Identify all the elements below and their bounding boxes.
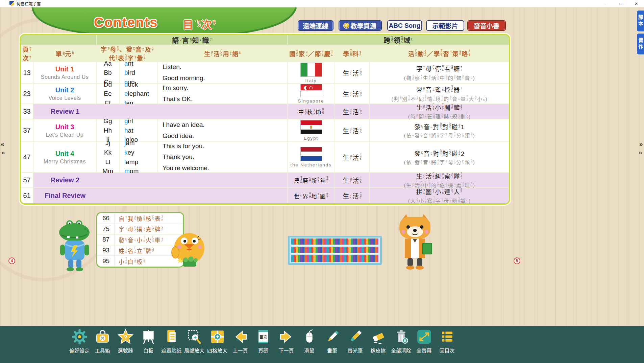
prev-spread-chevron[interactable]: « bbox=[1, 141, 4, 147]
unit-subtitle: Voice Levels bbox=[49, 95, 81, 101]
row-page: 61 bbox=[21, 188, 33, 203]
toolbar-partial-zoom[interactable]: 局部放大 bbox=[183, 326, 206, 361]
next-spread-chevron-2[interactable]: » bbox=[639, 149, 642, 156]
row-page: 33 bbox=[21, 104, 33, 119]
teaching-resources-button[interactable]: 教學資源 bbox=[339, 20, 382, 31]
crocodile-mascot bbox=[53, 218, 98, 272]
words-cell: duckelephantfan bbox=[120, 84, 158, 104]
toolbar-number-picker[interactable]: ? 選號器 bbox=[114, 326, 137, 361]
flag-egypt bbox=[300, 120, 322, 134]
demo-video-button[interactable]: 示範影片 bbox=[426, 20, 464, 31]
festival-cell: 農ㄋㄨㄥˊ曆ㄌㄧˋ新ㄒㄧㄣ年ㄋㄧㄢˊ bbox=[288, 173, 335, 188]
letters-cell: Jj Kk Ll Mm bbox=[97, 142, 120, 173]
unit-3-cell[interactable]: Unit 3 Let's Clean Up bbox=[33, 119, 97, 142]
page-number-icon: 目次 bbox=[255, 329, 271, 345]
highlighter-icon bbox=[347, 329, 363, 345]
toolbar-mask-sticker[interactable]: 遮罩貼紙 bbox=[160, 326, 183, 361]
mouse-icon bbox=[301, 329, 317, 345]
unit-4-cell[interactable]: Unit 4 Merry Christmas bbox=[33, 142, 97, 173]
flag-label: Singapore bbox=[298, 98, 324, 104]
bookshelf-row bbox=[291, 255, 378, 262]
col-header-subject: 學ㄒㄩㄝˊ科ㄎㄜ bbox=[335, 45, 370, 62]
toolbar-back-to-contents[interactable]: 回目次 bbox=[436, 326, 459, 361]
phonics-book-button[interactable]: 發音小書 bbox=[467, 20, 506, 31]
whiteboard-icon bbox=[141, 329, 156, 345]
tab-textbook[interactable]: 課本 bbox=[637, 10, 644, 32]
toolbar-fullscreen[interactable]: 全螢幕 bbox=[413, 326, 436, 361]
gear-icon bbox=[72, 329, 88, 345]
festival-cell: 世ㄕˋ界ㄐㄧㄝˋ地ㄉㄧˋ圖ㄊㄨˊ bbox=[288, 188, 335, 203]
contents-title-en: Contents bbox=[94, 15, 158, 30]
minimize-button[interactable]: ─ bbox=[597, 0, 613, 7]
number-picker-icon: ? bbox=[118, 329, 133, 345]
mask-sticker-icon bbox=[164, 329, 179, 345]
subject-cell: 生ㄕㄥ活ㄏㄨㄛˊ bbox=[335, 142, 370, 173]
clear-all-icon bbox=[393, 329, 409, 345]
close-button[interactable]: ✕ bbox=[628, 0, 644, 7]
toolbar-preferences[interactable]: 偏好設定 bbox=[68, 326, 91, 361]
review-1-cell[interactable]: Review 1 bbox=[33, 104, 288, 119]
unit-title: Unit 1 bbox=[55, 65, 74, 73]
row-page: 37 bbox=[21, 119, 33, 142]
bookshelf-illustration bbox=[288, 236, 382, 265]
flag-italy bbox=[300, 63, 322, 77]
flag-label: the Netherlands bbox=[291, 162, 332, 167]
remote-connect-button[interactable]: 遠端連線 bbox=[298, 20, 333, 31]
flag-label: Italy bbox=[305, 78, 317, 83]
page-badge-right[interactable]: 5 bbox=[514, 257, 520, 264]
unit-subtitle: Sounds Around Us bbox=[41, 74, 89, 80]
toolbar-highlighter[interactable]: 螢光筆 bbox=[344, 326, 367, 361]
tab-workbook[interactable]: 習作 bbox=[637, 33, 644, 55]
eraser-icon bbox=[370, 329, 386, 345]
review-2-cell[interactable]: Review 2 bbox=[33, 173, 288, 188]
window-title: 何嘉仁電子書 bbox=[17, 1, 41, 6]
toolbar-mouse[interactable]: 滑鼠 bbox=[298, 326, 321, 361]
bookshelf-row bbox=[291, 247, 378, 254]
subject-cell: 生ㄕㄥ活ㄏㄨㄛˊ bbox=[335, 104, 370, 119]
activity-cell: 生ㄕㄥ活ㄏㄨㄛˊ小ㄒㄧㄠˇ鬧ㄋㄠˋ鐘ㄓㄨㄥ (時ㄕˊ間ㄐㄧㄢ管ㄍㄨㄢˇ理ㄌㄧˇ與… bbox=[370, 104, 509, 119]
lightbulb-icon bbox=[344, 23, 349, 28]
unit-2-cell[interactable]: Unit 2 Voice Levels bbox=[33, 84, 97, 104]
activity-cell: 發ㄈㄚ音ㄧㄣ對ㄉㄨㄟˋ對ㄉㄨㄟˋ碰ㄆㄥˋ1 (依ㄧ發ㄈㄚ音ㄧㄣ將ㄐㄧㄤ字ㄗˋ母ㄇ… bbox=[370, 119, 509, 142]
toolbar-next-page[interactable]: 下一頁 bbox=[275, 326, 298, 361]
col-header-page: 頁ㄧㄝˋ次ㄘˋ bbox=[21, 45, 33, 62]
dog-mascot bbox=[391, 212, 439, 271]
unit-subtitle: Let's Clean Up bbox=[46, 132, 83, 138]
subject-cell: 生ㄕㄥ活ㄏㄨㄛˊ bbox=[335, 188, 370, 203]
flag-singapore bbox=[300, 84, 322, 97]
toolbar-clear-all[interactable]: 全部清除 bbox=[390, 326, 413, 361]
extras-row-self-check[interactable]: 66 自ㄗˋ我ㄨㄛˇ檢ㄐㄧㄢˇ核ㄏㄜˊ表ㄅㄧㄠˇ bbox=[97, 213, 183, 224]
toolbar-prev-page[interactable]: 上一頁 bbox=[229, 326, 252, 361]
toolbar-quad-zoom[interactable]: 四格放大 bbox=[206, 326, 229, 361]
unit-1-cell[interactable]: Unit 1 Sounds Around Us bbox=[33, 62, 97, 84]
unit-subtitle: Merry Christmas bbox=[44, 159, 86, 165]
activity-cell: 拼ㄆㄧㄣ圖ㄊㄨˊ小ㄒㄧㄠˇ達ㄉㄚˊ人ㄖㄣˊ (大ㄉㄚˋ小ㄒㄧㄠˇ寫ㄒㄧㄝˇ字ㄗˋ… bbox=[370, 188, 509, 203]
toolbar-whiteboard[interactable]: 白板 bbox=[137, 326, 160, 361]
bottom-toolbar: 偏好設定 工具箱 ? 選號器 白板 bbox=[0, 326, 644, 363]
quad-zoom-icon bbox=[209, 329, 225, 345]
col-header-unit: 單ㄉㄢ元ㄩㄢˊ bbox=[33, 45, 97, 62]
activity-cell: 聲ㄕㄥ音ㄧㄣ遙ㄧㄠˊ控ㄎㄨㄥˋ器ㄑㄧˋ (判ㄆㄢˋ別ㄅㄧㄝˊ不ㄅㄨˋ同ㄊㄨㄥˊ情… bbox=[370, 84, 509, 104]
maximize-button[interactable]: □ bbox=[613, 0, 628, 7]
activity-cell: 發ㄈㄚ音ㄧㄣ對ㄉㄨㄟˋ對ㄉㄨㄟˋ碰ㄆㄥˋ2 (依ㄧ發ㄈㄚ音ㄧㄣ將ㄐㄧㄤ字ㄗˋ母ㄇ… bbox=[370, 142, 509, 173]
abc-song-button[interactable]: ABC Song bbox=[387, 20, 422, 31]
final-review-cell[interactable]: Final Review bbox=[33, 188, 288, 203]
app-logo-icon bbox=[9, 1, 14, 6]
subject-cell: 生ㄕㄥ活ㄏㄨㄛˊ bbox=[335, 84, 370, 104]
country-cell: Egypt bbox=[288, 119, 335, 142]
page-badge-left[interactable]: 4 bbox=[8, 257, 15, 264]
festival-cell: 中ㄓㄨㄥ秋ㄑㄧㄡ節ㄐㄧㄝˊ bbox=[288, 104, 335, 119]
prev-spread-chevron-2[interactable]: » bbox=[1, 149, 5, 156]
unit-title: Unit 2 bbox=[55, 86, 74, 94]
phrases-cell: I'm sorry. That's OK. bbox=[158, 84, 288, 104]
country-cell: Singapore bbox=[288, 84, 335, 104]
toolbar-eraser[interactable]: 橡皮擦 bbox=[367, 326, 390, 361]
toolbox-icon bbox=[95, 329, 110, 345]
toolbar-toolbox[interactable]: 工具箱 bbox=[91, 326, 114, 361]
phrases-cell: This is for you. Thank you. You're welco… bbox=[158, 142, 288, 173]
toolbar-page-number[interactable]: 目次 頁碼 bbox=[252, 326, 275, 361]
subject-cell: 生ㄕㄥ活ㄏㄨㄛˊ bbox=[335, 119, 370, 142]
bookshelf-row bbox=[291, 239, 378, 246]
next-spread-chevron[interactable]: » bbox=[639, 141, 643, 147]
toolbar-pen[interactable]: 畫筆 bbox=[321, 326, 344, 361]
